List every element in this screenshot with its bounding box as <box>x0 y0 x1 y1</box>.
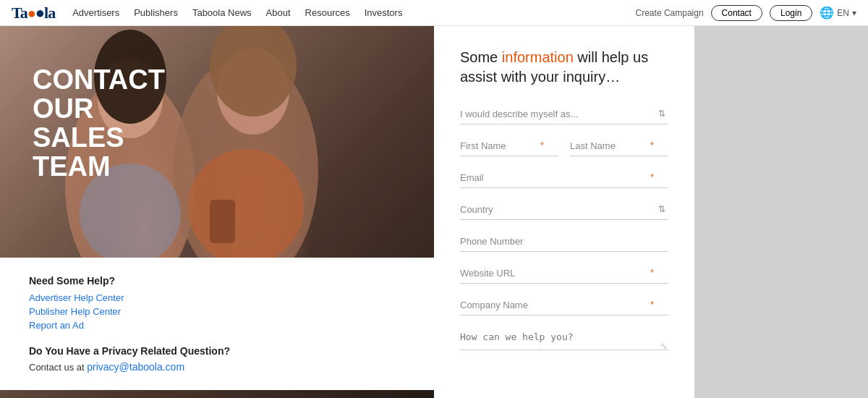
nav-resources[interactable]: Resources <box>305 7 350 18</box>
last-name-group: * <box>570 136 668 156</box>
chevron-down-icon: ▾ <box>852 8 856 18</box>
help-textarea[interactable] <box>460 327 668 350</box>
hero-headline: CONTACT OUR SALES TEAM <box>33 66 165 182</box>
publisher-help-link[interactable]: Publisher Help Center <box>29 306 405 317</box>
name-row: * * <box>460 136 668 156</box>
report-ad-link[interactable]: Report an Ad <box>29 320 405 331</box>
right-gray-area <box>694 26 868 398</box>
phone-group <box>460 232 668 252</box>
advertiser-help-link[interactable]: Advertiser Help Center <box>29 292 405 303</box>
website-required: * <box>650 268 654 278</box>
privacy-title: Do You Have a Privacy Related Question? <box>29 345 405 357</box>
email-required: * <box>650 172 654 182</box>
language-selector[interactable]: 🌐 EN ▾ <box>820 6 856 20</box>
globe-icon: 🌐 <box>820 6 834 20</box>
header-actions: Create Campaign Contact Login 🌐 EN ▾ <box>636 5 856 21</box>
describe-yourself-input[interactable] <box>460 104 668 124</box>
email-input[interactable] <box>460 168 668 188</box>
privacy-text: Contact us at <box>29 362 87 373</box>
lang-label: EN <box>837 8 849 18</box>
help-title: Need Some Help? <box>29 275 405 287</box>
site-logo[interactable]: Ta●●la <box>12 4 55 22</box>
describe-yourself-group: ⇅ <box>460 104 668 124</box>
first-name-required: * <box>540 140 544 151</box>
country-expand-icon[interactable]: ⇅ <box>658 204 665 214</box>
contact-form-panel: Some information will help us assist wit… <box>434 26 694 398</box>
main-content: CONTACT OUR SALES TEAM Need Some Help? A… <box>0 26 868 398</box>
bottom-left-section: Need Some Help? Advertiser Help Center P… <box>0 258 434 390</box>
country-group: ⇅ <box>460 200 668 220</box>
create-campaign-link[interactable]: Create Campaign <box>636 8 704 18</box>
last-name-required: * <box>650 140 654 151</box>
login-button[interactable]: Login <box>770 5 812 21</box>
hero-section: CONTACT OUR SALES TEAM Need Some Help? A… <box>0 26 434 398</box>
privacy-section: Do You Have a Privacy Related Question? … <box>29 345 405 373</box>
website-input[interactable] <box>460 263 668 284</box>
nav-about[interactable]: About <box>266 7 291 18</box>
expand-icon[interactable]: ⇅ <box>658 109 665 119</box>
first-name-group: * <box>460 136 558 156</box>
main-nav: Advertisers Publishers Taboola News Abou… <box>72 7 635 18</box>
company-required: * <box>650 300 654 310</box>
company-group: * <box>460 295 668 316</box>
nav-advertisers[interactable]: Advertisers <box>72 7 119 18</box>
nav-publishers[interactable]: Publishers <box>134 7 178 18</box>
company-input[interactable] <box>460 295 668 316</box>
form-headline: Some information will help us assist wit… <box>460 48 668 87</box>
country-input[interactable] <box>460 200 668 220</box>
website-group: * <box>460 263 668 284</box>
nav-taboola-news[interactable]: Taboola News <box>192 7 252 18</box>
nav-investors[interactable]: Investors <box>365 7 403 18</box>
site-header: Ta●●la Advertisers Publishers Taboola Ne… <box>0 0 868 26</box>
help-section: Need Some Help? Advertiser Help Center P… <box>29 275 405 331</box>
resize-icon: ⤡ <box>660 342 667 351</box>
privacy-email-link[interactable]: privacy@taboola.com <box>87 361 184 373</box>
help-group: ⤡ <box>460 327 668 352</box>
contact-button[interactable]: Contact <box>711 5 762 21</box>
email-group: * <box>460 168 668 188</box>
phone-input[interactable] <box>460 232 668 252</box>
